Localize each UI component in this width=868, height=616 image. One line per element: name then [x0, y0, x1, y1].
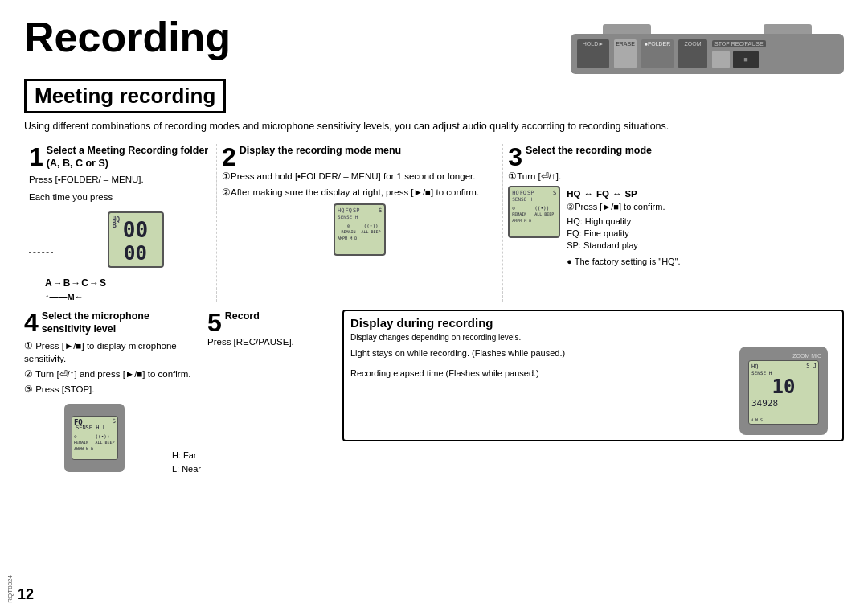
step5-detail: Press [REC/PAUSE].: [207, 335, 336, 348]
step4-column: 4 Select the microphone sensitivity leve…: [24, 310, 201, 477]
erase-button: ERASE: [614, 39, 637, 68]
step2-lcd-labels: HQFQSP: [338, 207, 359, 214]
bottom-area: 4 Select the microphone sensitivity leve…: [24, 310, 844, 477]
step1-number: 1: [29, 144, 43, 170]
sensitivity-lcd: FQ SENSE H L S ⊙((•)) REMAINALL BEEP AMP…: [72, 416, 118, 460]
stop-rec-group: STOP REC/PAUSE ■: [712, 40, 766, 68]
step2-body: ①Press and hold [•FOLDER/ – MENU] for 1 …: [222, 170, 497, 199]
step2-sub1: ①Press and hold [•FOLDER/ – MENU] for 1 …: [222, 170, 497, 183]
step1-detail1: Press [•FOLDER/ – MENU].: [29, 173, 211, 186]
intro-text: Using different combinations of recordin…: [24, 120, 796, 134]
display-recording-subtitle: Display changes depending on recording l…: [350, 333, 836, 342]
dashed-line-left: [29, 252, 53, 253]
device-display-illustration: ZOOM MIC HQ SENSE H S J 10: [739, 347, 836, 435]
step4-body: ① Press [►/■] to display microphone sens…: [24, 339, 201, 396]
step1-lcd-area: HQ B 00 00: [29, 207, 211, 273]
header-row: Recording HOLD► ERASE ●FOLDER ZOOM: [24, 16, 844, 76]
sens-s: S: [113, 418, 116, 425]
arrow-cs: →: [89, 277, 99, 289]
step4-illus: FQ SENSE H L S ⊙((•)) REMAINALL BEEP AMP…: [24, 399, 201, 477]
display-recording-content: Light stays on while recording. (Flashes…: [350, 347, 836, 435]
step4-sub3: ③ Press [STOP].: [24, 383, 201, 396]
rec-lcd-top: HQ: [751, 363, 758, 370]
display-recording-title: Display during recording: [350, 316, 836, 330]
l-label: L: Near: [172, 462, 201, 477]
page-number: 12: [18, 586, 34, 603]
step5-header: 5 Record: [207, 310, 336, 335]
stop-rec-buttons: ■: [712, 51, 766, 68]
step1-column: 1 Select a Meeting Recording folder (A, …: [24, 144, 217, 302]
step2-lcd-sense: SENSE H: [338, 214, 358, 220]
rec-lcd-s: S J: [806, 363, 817, 369]
sens-fq-label: FQ: [74, 418, 83, 426]
hl-labels: H: Far L: Near: [172, 449, 201, 477]
step4-number: 4: [24, 310, 39, 335]
folder-cycle-back: ↑——M←: [45, 292, 211, 302]
step3-lcd-s: S: [553, 190, 556, 196]
sens-lcd-grid: ⊙((•)) REMAINALL BEEP: [74, 433, 116, 445]
step4-title: Select the microphone sensitivity level: [42, 310, 201, 336]
step3-lcd-sense: SENSE H: [512, 196, 532, 202]
display-rec-text-area: Light stays on while recording. (Flashes…: [350, 347, 733, 380]
device-body: HOLD► ERASE ●FOLDER ZOOM STOP REC/PAUSE: [571, 34, 844, 74]
stop-rec-label: STOP REC/PAUSE: [712, 40, 766, 47]
sp-label: SP: [624, 189, 637, 199]
step3-sub3: ②Press [►/■] to confirm.: [567, 202, 680, 212]
step2-lcd-grid: ⊙((•)) REMAINALL BEEP: [338, 223, 382, 234]
steps-top-row: 1 Select a Meeting Recording folder (A, …: [24, 144, 844, 302]
rec-lcd-number: 10: [772, 376, 796, 398]
step2-sub2: ②After making sure the display at right,…: [222, 186, 497, 199]
rec-lcd-elapsed: 34928: [751, 398, 778, 409]
rec-lcd-sense: SENSE H: [751, 370, 772, 376]
step1-title: Select a Meeting Recording folder (A, B,…: [47, 144, 211, 170]
step2-number: 2: [222, 144, 236, 170]
arrow-hq-fq: ↔: [583, 189, 593, 199]
folder-b: B: [63, 277, 71, 289]
factory-setting: ● The factory setting is "HQ".: [567, 256, 680, 268]
main-title: Recording: [24, 16, 231, 58]
step5-number: 5: [207, 310, 222, 335]
doc-code: RQT8824: [6, 575, 14, 603]
fq-quality: FQ: Fine quality: [567, 228, 680, 240]
step2-lcd: HQFQSP SENSE H S ⊙((•)) REMAINALL BEEP A…: [334, 203, 386, 256]
page: Recording HOLD► ERASE ●FOLDER ZOOM: [0, 0, 868, 616]
hq-fq-sp-diagram: HQ ↔ FQ ↔ SP: [567, 189, 680, 199]
light-text: Light stays on while recording. (Flashes…: [350, 347, 733, 360]
device-illustration-top: HOLD► ERASE ●FOLDER ZOOM STOP REC/PAUSE: [571, 19, 844, 76]
step3-lcd: HQFQSP SENSE H S ⊙((•)) REMAINALL BEEP A…: [508, 186, 560, 238]
folder-s: S: [100, 277, 106, 289]
fq-label: FQ: [596, 189, 609, 199]
step3-sub1: ①Turn [⏎/↑].: [508, 170, 839, 183]
step3-number: 3: [508, 144, 522, 170]
step4-header: 4 Select the microphone sensitivity leve…: [24, 310, 201, 339]
step5-body: Press [REC/PAUSE].: [207, 335, 336, 348]
hq-label: HQ: [567, 189, 580, 199]
step2-title: Display the recording mode menu: [240, 144, 401, 157]
hq-quality: HQ: High quality: [567, 216, 680, 228]
lcd-digits2: 00: [124, 242, 147, 265]
sp-quality: SP: Standard play: [567, 240, 680, 252]
section-title-box: Meeting recording: [24, 79, 226, 113]
step1-detail2: Each time you press: [29, 191, 211, 203]
step3-body: ①Turn [⏎/↑].: [508, 170, 839, 183]
folder-c: C: [81, 277, 88, 289]
step3-lcd-grid: ⊙((•)) REMAINALL BEEP: [512, 205, 556, 216]
step4-sub1: ① Press [►/■] to display microphone sens…: [24, 339, 201, 365]
step5-column: 5 Record Press [REC/PAUSE].: [207, 310, 336, 477]
arrow-fq-sp: ↔: [612, 189, 622, 199]
step3-title: Select the recording mode: [526, 144, 652, 157]
zoom-mic-label: ZOOM MIC: [792, 353, 821, 359]
h-label: H: Far: [172, 449, 201, 463]
step1-header: 1 Select a Meeting Recording folder (A, …: [29, 144, 211, 174]
step2-lcd-area: HQFQSP SENSE H S ⊙((•)) REMAINALL BEEP A…: [222, 203, 497, 256]
display-recording-box: Display during recording Display changes…: [342, 310, 844, 441]
lcd-b-label: B: [113, 221, 117, 229]
elapsed-text: Recording elapsed time (Flashes while pa…: [350, 367, 733, 380]
step3-lcd-labels: HQFQSP: [512, 190, 534, 196]
sensitivity-device: FQ SENSE H L S ⊙((•)) REMAINALL BEEP AMP…: [64, 404, 125, 472]
hold-button: HOLD►: [577, 39, 609, 68]
stop-button-icon: [712, 51, 730, 68]
step5-title: Record: [225, 310, 260, 322]
step1-lcd: HQ B 00 00: [108, 211, 164, 268]
device-connectors: [603, 19, 812, 35]
